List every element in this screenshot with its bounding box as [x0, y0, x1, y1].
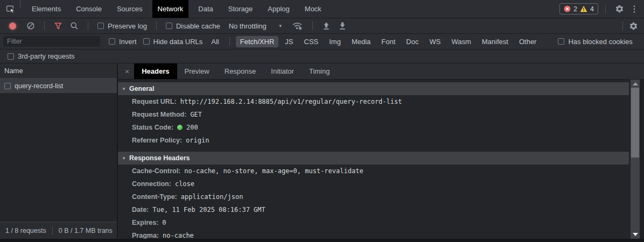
disable-cache-checkbox[interactable]: Disable cache	[164, 22, 222, 30]
filter-type-css[interactable]: CSS	[300, 36, 323, 47]
header-row-connection: Connection:close	[118, 177, 644, 190]
scroll-up-icon[interactable]	[631, 80, 640, 88]
filter-right-group: Has blocked cookies Blocked Requests	[556, 38, 644, 46]
invert-checkbox[interactable]: Invert	[107, 38, 139, 46]
general-section-header[interactable]: ▼ General	[118, 82, 629, 95]
network-conditions-button[interactable]	[289, 18, 305, 33]
tab-sources[interactable]: Sources	[111, 0, 148, 18]
filter-type-media[interactable]: Media	[347, 36, 375, 47]
tab-storage[interactable]: Storage	[223, 0, 258, 18]
search-button[interactable]	[68, 18, 81, 33]
filter-toggle-button[interactable]	[52, 18, 65, 33]
tab-network[interactable]: Network	[152, 0, 189, 18]
import-har-button[interactable]	[320, 18, 333, 33]
third-party-bar: 3rd-party requests	[0, 49, 644, 63]
header-value: origin	[186, 137, 209, 144]
filter-type-js[interactable]: JS	[281, 36, 297, 47]
request-name: query-record-list	[15, 82, 63, 90]
header-value: Tue, 11 Feb 2025 08:16:37 GMT	[152, 206, 265, 213]
hide-data-urls-checkbox[interactable]: Hide data URLs	[141, 38, 205, 46]
transferred-size: 0 B / 1.7 MB trans	[59, 227, 113, 234]
request-row[interactable]: query-record-list	[0, 79, 117, 94]
panel-tabs: Elements Console Sources Network Data St…	[24, 0, 329, 18]
scroll-down-icon[interactable]	[631, 231, 640, 238]
import-icon	[323, 22, 330, 30]
detail-tab-headers[interactable]: Headers	[134, 63, 177, 79]
invert-label: Invert	[119, 38, 137, 46]
filter-type-fetch-xhr[interactable]: Fetch/XHR	[236, 36, 279, 47]
response-headers-section-header[interactable]: ▼ Response Headers	[118, 152, 629, 165]
chevron-down-icon: ▼	[278, 24, 283, 29]
detail-tabbar: × Headers Preview Response Initiator Tim…	[118, 63, 644, 80]
divider	[312, 22, 313, 30]
filter-type-all[interactable]: All	[207, 36, 223, 47]
triangle-down-icon: ▼	[122, 156, 126, 161]
divider	[44, 22, 45, 30]
requests-count: 1 / 8 requests	[5, 227, 46, 234]
tab-console[interactable]: Console	[71, 0, 107, 18]
scrollbar-thumb[interactable]	[631, 88, 639, 158]
warning-count: 4	[590, 5, 594, 13]
filter-type-doc[interactable]: Doc	[402, 36, 423, 47]
kebab-menu-icon[interactable]: ⋮	[629, 0, 640, 18]
filter-type-img[interactable]: Img	[325, 36, 345, 47]
preserve-log-checkbox[interactable]: Preserve log	[95, 22, 149, 30]
third-party-checkbox[interactable]: 3rd-party requests	[5, 52, 77, 60]
header-value: close	[175, 180, 194, 188]
section-title: Response Headers	[129, 154, 190, 162]
header-value: application/json	[181, 193, 243, 201]
filter-type-other[interactable]: Other	[515, 36, 541, 47]
header-name: Referrer Policy:	[132, 137, 182, 144]
tab-mock[interactable]: Mock	[299, 0, 327, 18]
detail-tab-response[interactable]: Response	[217, 63, 264, 79]
tabbar-right-controls: 2 4 ⋮	[559, 0, 640, 18]
warning-icon	[580, 5, 587, 12]
checkbox-icon	[8, 53, 14, 60]
header-name: Request Method:	[132, 111, 186, 118]
checkbox-icon	[143, 38, 150, 45]
tab-data[interactable]: Data	[193, 0, 218, 18]
filter-type-ws[interactable]: WS	[425, 36, 445, 47]
name-column-header[interactable]: Name	[0, 63, 117, 79]
export-har-button[interactable]	[336, 18, 349, 33]
network-settings-button[interactable]	[627, 22, 640, 31]
settings-button[interactable]	[613, 0, 626, 18]
issues-badge[interactable]: 2 4	[559, 3, 598, 15]
requests-panel: Name query-record-list 1 / 8 requests 0 …	[0, 63, 118, 239]
request-detail-panel: × Headers Preview Response Initiator Tim…	[118, 63, 644, 239]
filter-type-wasm[interactable]: Wasm	[447, 36, 475, 47]
network-toolbar: Preserve log Disable cache No throttling…	[0, 18, 644, 34]
has-blocked-cookies-checkbox[interactable]: Has blocked cookies	[556, 38, 634, 46]
header-value: GET	[190, 111, 202, 118]
detail-tab-timing[interactable]: Timing	[302, 63, 338, 79]
header-name: Expires:	[132, 219, 158, 226]
tab-elements[interactable]: Elements	[26, 0, 66, 18]
detail-tab-initiator[interactable]: Initiator	[263, 63, 302, 79]
section-title: General	[129, 85, 155, 92]
header-row-status-code: Status Code:200	[118, 121, 644, 134]
header-name: Request URL:	[132, 98, 177, 105]
tab-applog[interactable]: Applog	[262, 0, 295, 18]
header-name: Date:	[132, 206, 149, 213]
triangle-down-icon: ▼	[122, 87, 126, 91]
network-main-area: Name query-record-list 1 / 8 requests 0 …	[0, 63, 644, 239]
header-row-date: Date:Tue, 11 Feb 2025 08:16:37 GMT	[118, 203, 644, 216]
filter-input[interactable]	[3, 36, 100, 47]
wifi-gear-icon	[291, 22, 303, 31]
header-value: no-cache, no-store, max-age=0, must-reva…	[184, 167, 363, 175]
filter-type-manifest[interactable]: Manifest	[478, 36, 513, 47]
detail-tab-preview[interactable]: Preview	[177, 63, 217, 79]
record-icon[interactable]	[9, 23, 16, 30]
clear-button[interactable]	[24, 18, 37, 33]
search-icon	[70, 22, 79, 30]
third-party-label: 3rd-party requests	[18, 52, 75, 60]
main-tabbar: Elements Console Sources Network Data St…	[0, 0, 644, 18]
checkbox-icon	[4, 83, 11, 89]
close-icon[interactable]: ×	[120, 63, 134, 79]
filter-type-font[interactable]: Font	[377, 36, 400, 47]
throttling-select[interactable]: No throttling ▼	[226, 22, 286, 30]
status-ok-icon	[177, 125, 183, 130]
inspect-element-button[interactable]	[3, 0, 16, 18]
vertical-scrollbar[interactable]	[631, 80, 640, 239]
checkbox-icon	[97, 23, 104, 29]
